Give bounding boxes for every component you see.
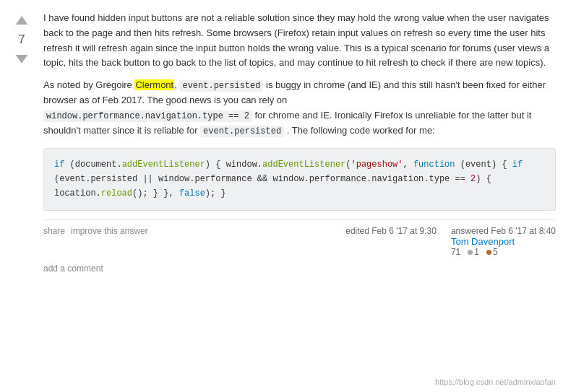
improve-answer-link[interactable]: improve this answer — [71, 226, 148, 236]
inline-code-1: event.persisted — [179, 80, 263, 92]
vote-down-button[interactable] — [13, 50, 30, 67]
edited-info: edited Feb 6 '17 at 9:30 — [345, 226, 437, 236]
share-link[interactable]: share — [43, 226, 65, 236]
code-block: if (document.addEventListener) { window.… — [43, 148, 556, 211]
rep-number: 71 — [451, 247, 460, 257]
answer-body: I have found hidden input buttons are no… — [43, 11, 556, 274]
badge-bronze-group: 5 — [486, 247, 498, 257]
vote-column: 7 — [7, 11, 36, 274]
badge-silver-group: 1 — [468, 247, 479, 257]
answer-meta: edited Feb 6 '17 at 9:30 answered Feb 6 … — [345, 226, 556, 258]
bronze-badge-count: 5 — [493, 247, 498, 257]
inline-code-3: event.persisted — [200, 126, 284, 137]
answer-text: I have found hidden input buttons are no… — [43, 11, 556, 211]
inline-code-2: window.performance.navigation.type == 2 — [43, 110, 252, 122]
bronze-badge-dot — [486, 250, 491, 255]
silver-badge-count: 1 — [474, 247, 479, 257]
comment-section: add a comment — [43, 263, 556, 274]
user-rep: 71 1 5 — [451, 247, 498, 258]
answered-label: answered Feb 6 '17 at 8:40 — [451, 226, 556, 236]
answer-footer: share improve this answer edited Feb 6 '… — [43, 219, 556, 258]
highlighted-name: Clermont — [134, 79, 174, 90]
user-name-link[interactable]: Tom Davenport — [451, 236, 515, 247]
answered-info: answered Feb 6 '17 at 8:40 Tom Davenport… — [451, 226, 556, 258]
add-comment-link[interactable]: add a comment — [43, 263, 103, 274]
paragraph-1: I have found hidden input buttons are no… — [43, 11, 556, 71]
vote-up-button[interactable] — [13, 12, 30, 30]
silver-badge-dot — [468, 250, 473, 255]
answer-actions: share improve this answer — [43, 226, 148, 236]
paragraph-2: As noted by Grégoire Clermont, event.per… — [43, 78, 556, 139]
watermark: https://blog.csdn.net/adminxiaofan — [435, 378, 556, 386]
vote-count: 7 — [18, 32, 25, 47]
